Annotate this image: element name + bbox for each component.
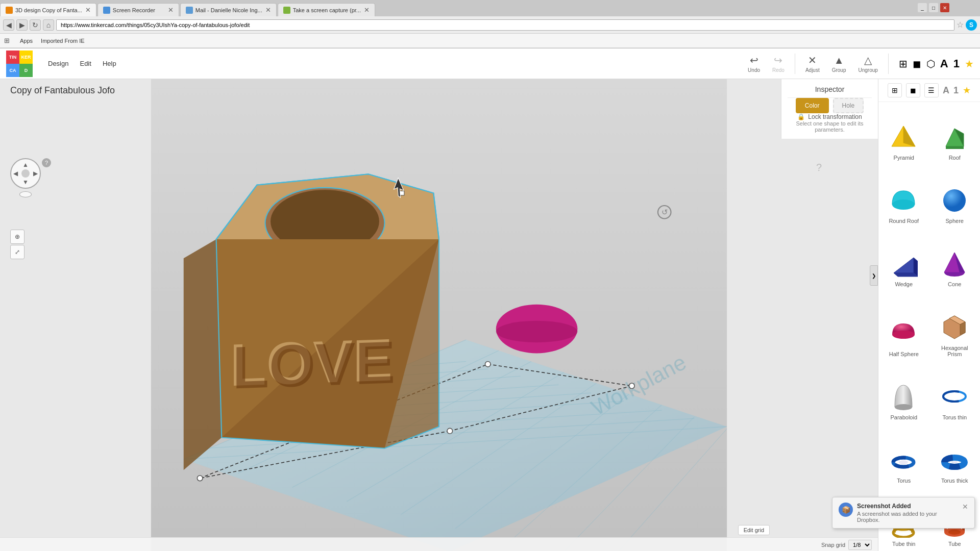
svg-marker-29 (184, 239, 222, 470)
address-input[interactable] (56, 19, 954, 31)
redo-label: Redo (772, 67, 785, 73)
cone-icon (939, 248, 970, 279)
tab-close-recorder[interactable]: ✕ (168, 6, 174, 14)
redo-group[interactable]: ↪ Redo (768, 52, 789, 75)
tab-close-3d[interactable]: ✕ (85, 6, 91, 14)
svg-marker-41 (903, 126, 915, 146)
selection-handle-tr[interactable] (485, 361, 491, 367)
tinkercad-logo[interactable]: TIN KER CA D (6, 51, 33, 77)
tab-close-screenshot[interactable]: ✕ (364, 6, 370, 14)
zoom-button[interactable]: ⤢ (10, 245, 24, 259)
logo-ker: KER (19, 51, 33, 64)
selection-handle-br[interactable] (629, 383, 635, 389)
minimize-btn[interactable]: _ (918, 3, 927, 12)
text-icon[interactable]: A (940, 57, 948, 70)
view-3d-icon[interactable]: ◼ (913, 58, 921, 70)
selection-handle-bl[interactable] (197, 475, 203, 481)
tab-title-recorder: Screen Recorder (113, 7, 165, 13)
snap-grid-select[interactable]: 1/8 1/4 1/2 1 (848, 540, 872, 550)
shape-item-paraboloid[interactable]: Paraboloid (878, 362, 929, 425)
shape-item-pyramid[interactable]: Pyramid (878, 102, 929, 165)
tab-screenshot[interactable]: Take a screen capture (pr... ✕ (278, 3, 375, 16)
svg-point-58 (895, 404, 912, 410)
view-buttons: ⊕ ⤢ (10, 230, 41, 259)
favorite-star-icon[interactable]: ☆ (957, 20, 964, 30)
shapes-panel: ⊞ ◼ ☰ A 1 ★ Pyramid (878, 79, 980, 551)
notification-text: Screenshot Added A screenshot was added … (857, 503, 958, 523)
bookmark-apps[interactable]: Apps (20, 38, 33, 44)
group-group[interactable]: ▲ Group (828, 53, 850, 75)
tab-3d-design[interactable]: 3D design Copy of Fanta... ✕ (0, 3, 96, 16)
inspector-question-icon[interactable]: ? (816, 162, 822, 173)
shape-item-torus-thin[interactable]: Torus thin (929, 362, 981, 425)
shape-item-torus[interactable]: Torus (878, 425, 929, 488)
svg-point-76 (948, 530, 961, 535)
fit-view-button[interactable]: ⊕ (10, 230, 24, 244)
rotate-left-btn[interactable] (19, 191, 32, 197)
browser-chrome: 3D design Copy of Fanta... ✕ Screen Reco… (0, 0, 980, 48)
canvas-area[interactable]: Copy of Fantabulous Jofo ▲ ▼ ◀ ▶ ? (0, 79, 878, 551)
3d-view-button[interactable]: ◼ (906, 83, 920, 97)
hole-button[interactable]: Hole (833, 98, 864, 113)
grid-view-button[interactable]: ⊞ (888, 83, 902, 97)
text-shapes-button[interactable]: A (943, 85, 949, 96)
list-view-button[interactable]: ☰ (924, 83, 939, 97)
menu-help[interactable]: Help (97, 58, 121, 69)
forward-button[interactable]: ▶ (16, 19, 28, 31)
tab-favicon-recorder (103, 7, 110, 14)
tab-title-3d: 3D design Copy of Fanta... (15, 7, 82, 13)
shape-item-hexagonal-prism[interactable]: Hexagonal Prism (929, 292, 981, 361)
torus-thick-label: Torus thick (941, 478, 968, 484)
color-button[interactable]: Color (796, 98, 829, 113)
back-button[interactable]: ◀ (3, 19, 14, 31)
shapes-icon[interactable]: ⬡ (926, 58, 935, 70)
shape-item-torus-thick[interactable]: Torus thick (929, 425, 981, 488)
tab-favicon-screenshot (283, 7, 290, 14)
notification-close-button[interactable]: ✕ (962, 503, 968, 511)
undo-icon: ↩ (750, 54, 758, 66)
collapse-panel-button[interactable]: ❯ (870, 265, 878, 286)
paraboloid-label: Paraboloid (890, 414, 917, 420)
ungroup-group[interactable]: △ Ungroup (854, 52, 882, 75)
torus-thin-label: Torus thin (942, 414, 967, 420)
menu-design[interactable]: Design (43, 58, 74, 69)
svg-marker-50 (894, 273, 918, 277)
shape-item-wedge[interactable]: Wedge (878, 229, 929, 292)
undo-group[interactable]: ↩ Undo (744, 52, 764, 75)
help-button[interactable]: ? (42, 158, 51, 167)
menu-edit[interactable]: Edit (75, 58, 96, 69)
star-rating-icon[interactable]: ★ (965, 58, 974, 70)
shape-item-sphere[interactable]: Sphere (929, 165, 981, 229)
tab-close-mail[interactable]: ✕ (265, 6, 271, 14)
grid-icon[interactable]: ⊞ (899, 58, 908, 70)
close-btn[interactable]: ✕ (940, 3, 949, 12)
skype-icon[interactable]: S (966, 19, 977, 31)
shape-item-cone[interactable]: Cone (929, 229, 981, 292)
orbit-control[interactable]: ▲ ▼ ◀ ▶ (10, 158, 41, 189)
adjust-group[interactable]: ✕ Adjust (801, 52, 824, 75)
main-area: Copy of Fantabulous Jofo ▲ ▼ ◀ ▶ ? (0, 79, 980, 551)
tab-mail[interactable]: Mail - Danielle Nicole Ing... ✕ (180, 3, 277, 16)
svg-point-63 (899, 460, 908, 464)
shape-item-half-sphere[interactable]: Half Sphere (878, 292, 929, 361)
number-shapes-button[interactable]: 1 (953, 85, 959, 96)
adjust-icon: ✕ (808, 54, 817, 66)
half-sphere-icon (889, 318, 919, 349)
maximize-btn[interactable]: □ (929, 3, 938, 12)
svg-point-47 (943, 189, 966, 212)
edit-grid-button[interactable]: Edit grid (738, 525, 770, 535)
shape-item-roof[interactable]: Roof (929, 102, 981, 165)
inspector-panel: Inspector Color Hole 🔒 Lock transformati… (781, 79, 878, 139)
roof-icon (939, 122, 970, 153)
tab-screen-recorder[interactable]: Screen Recorder ✕ (97, 3, 179, 16)
bookmark-imported[interactable]: Imported From IE (41, 38, 85, 44)
orbit-up-arrow: ▲ (22, 161, 29, 168)
number-icon[interactable]: 1 (953, 57, 960, 70)
sphere-label: Sphere (946, 218, 964, 224)
home-button[interactable]: ⌂ (43, 19, 54, 31)
refresh-button[interactable]: ↻ (30, 19, 41, 31)
selection-handle-tl[interactable] (447, 428, 453, 434)
favorites-button[interactable]: ★ (963, 85, 971, 96)
shape-item-round-roof[interactable]: Round Roof (878, 165, 929, 229)
hexagonal-prism-icon (939, 312, 970, 343)
